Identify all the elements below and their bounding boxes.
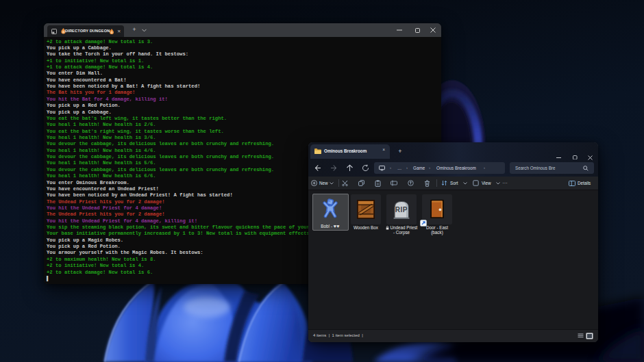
svg-text:RIP: RIP	[395, 206, 408, 214]
